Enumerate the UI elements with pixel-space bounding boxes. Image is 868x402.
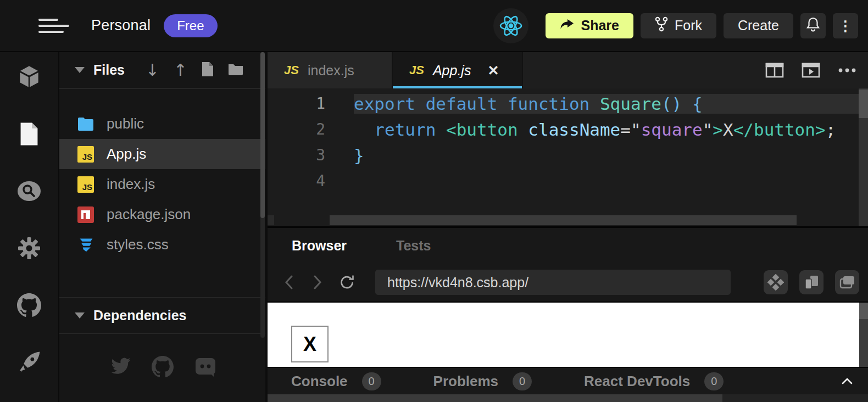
menu-icon[interactable] [38,19,69,33]
line-number: 1 [268,94,354,113]
main-area: Files ↓ ↑ public [0,52,868,402]
console-tab[interactable]: Console 0 [291,372,381,390]
code-line: 3 } [268,142,868,168]
plan-badge[interactable]: Free [164,14,217,37]
back-icon[interactable] [280,273,298,292]
js-file-icon: JS [77,176,94,193]
split-view-icon[interactable] [765,62,784,79]
js-lang-icon: JS [284,63,299,77]
npm-file-icon [77,206,94,224]
react-logo-icon[interactable] [493,8,528,43]
css-file-icon [77,236,94,254]
header-actions: Share Fork Create [493,8,858,43]
file-row-appjs[interactable]: JS App.js [59,139,265,169]
create-button[interactable]: Create [724,13,793,38]
editor-toolbar [523,52,868,88]
share-icon [560,18,574,34]
code-line: 4 [268,168,868,194]
devtools-scrollbar-track[interactable] [268,394,868,402]
devtools-scrollbar-thumb[interactable] [268,394,722,402]
devtools-bar: Console 0 Problems 0 React DevTools 0 [268,367,868,394]
file-row-stylescss[interactable]: styles.css [59,230,265,260]
folder-icon [77,115,94,133]
editor-column: JS index.js JS App.js ✕ [265,52,868,402]
github-icon[interactable] [16,292,42,319]
top-bar: Personal Free Share [0,0,868,52]
file-list: public JS App.js JS index.js package.jso… [59,109,265,260]
tab-appjs[interactable]: JS App.js ✕ [393,52,523,88]
github-link-icon[interactable] [151,355,175,379]
square-button[interactable]: X [291,326,329,362]
fork-icon [655,16,668,35]
open-new-window-icon[interactable] [799,270,824,294]
download-icon[interactable]: ↓ [146,62,159,79]
code-text: export default function Square() { [354,94,868,114]
sandbox-cube-icon[interactable] [16,64,42,90]
line-number: 3 [268,146,354,164]
duplicate-window-icon[interactable] [835,270,859,294]
settings-gear-icon[interactable] [16,235,42,261]
code-line: 2 return <button className="square">X</b… [268,116,868,142]
tab-tests[interactable]: Tests [396,238,431,254]
fork-button[interactable]: Fork [641,13,716,38]
files-title: Files [93,62,125,78]
files-panel-icon[interactable] [16,121,42,147]
count-badge: 0 [362,372,381,390]
count-badge: 0 [704,372,724,390]
js-file-icon: JS [77,146,94,163]
reload-icon[interactable] [338,273,357,292]
file-row-indexjs[interactable]: JS index.js [59,169,265,199]
close-tab-icon[interactable]: ✕ [487,63,499,79]
problems-tab[interactable]: Problems 0 [433,372,532,390]
forward-icon[interactable] [308,273,327,292]
url-input[interactable]: https://vkd4n8.csb.app/ [375,270,731,295]
search-icon[interactable] [16,178,42,204]
bell-icon [806,16,820,35]
preview-scrollbar-thumb[interactable] [859,303,868,319]
responsive-mode-icon[interactable] [764,270,788,294]
chevron-down-icon [75,67,85,73]
notifications-button[interactable] [800,13,826,38]
file-row-packagejson[interactable]: package.json [59,199,265,230]
discord-icon[interactable] [193,355,218,379]
tab-indexjs[interactable]: JS index.js [268,52,393,88]
preview-scrollbar-track[interactable] [859,303,868,367]
code-editor[interactable]: 1 export default function Square() { 2 r… [268,88,868,226]
chevron-up-icon[interactable] [842,378,853,384]
workspace-title: Personal [91,17,151,34]
editor-horizontal-scrollbar[interactable] [330,215,797,225]
line-number: 2 [268,120,354,138]
editor-tab-bar: JS index.js JS App.js ✕ [268,52,868,88]
chevron-down-icon [75,312,85,319]
more-options-button[interactable]: ⋮ [833,13,858,38]
react-devtools-tab[interactable]: React DevTools 0 [584,372,724,390]
scrollbar-corner [268,215,274,225]
browser-actions [764,270,859,294]
new-file-icon[interactable] [202,62,214,79]
file-explorer: Files ↓ ↑ public [59,52,265,402]
line-number: 4 [268,172,354,190]
twitter-icon[interactable] [108,355,132,379]
upload-icon[interactable]: ↑ [174,62,187,79]
ellipsis-horizontal-icon[interactable] [837,62,857,79]
dependencies-title: Dependencies [93,308,187,323]
js-lang-icon: JS [409,63,424,77]
files-section-header[interactable]: Files ↓ ↑ [59,52,265,89]
code-text: return <button className="square">X</but… [354,120,868,139]
file-row-public[interactable]: public [59,109,265,139]
count-badge: 0 [513,372,532,390]
deploy-rocket-icon[interactable] [16,349,42,376]
share-button[interactable]: Share [546,13,633,38]
editor-vertical-scrollbar-thumb[interactable] [859,90,868,118]
preview-window-icon[interactable] [801,62,821,79]
new-folder-icon[interactable] [228,63,243,78]
code-line: 1 export default function Square() { [268,91,868,116]
browser-toolbar: https://vkd4n8.csb.app/ [268,263,868,302]
code-text: } [354,146,868,165]
ellipsis-vertical-icon: ⋮ [838,19,853,33]
tab-browser[interactable]: Browser [292,238,347,254]
explorer-scrollbar-thumb[interactable] [260,52,265,218]
preview-panel: Browser Tests h [268,226,868,402]
files-actions: ↓ ↑ [146,62,243,79]
dependencies-section-header[interactable]: Dependencies [59,297,265,334]
